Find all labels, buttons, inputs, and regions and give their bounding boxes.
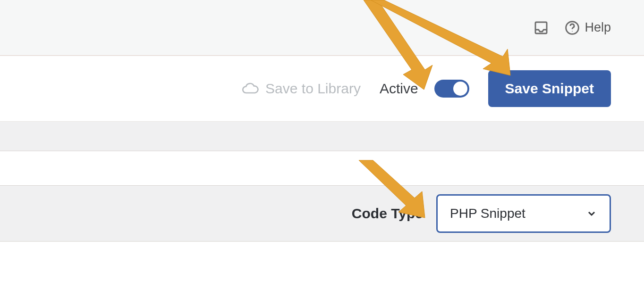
save-to-library-label: Save to Library [265, 81, 361, 97]
help-button[interactable]: Help [565, 20, 611, 35]
save-to-library-button[interactable]: Save to Library [242, 81, 361, 97]
inbox-icon [534, 20, 549, 35]
chevron-down-icon [586, 208, 597, 219]
cloud-icon [242, 82, 259, 95]
code-type-selected-value: PHP Snippet [450, 206, 525, 221]
code-type-label: Code Type [352, 206, 423, 222]
snippet-title-row [0, 151, 644, 186]
question-circle-icon [565, 20, 580, 35]
topbar: Help [0, 0, 644, 56]
separator [0, 122, 644, 151]
code-type-select[interactable]: PHP Snippet [436, 194, 611, 233]
help-label: Help [585, 20, 611, 35]
active-label: Active [380, 81, 418, 97]
active-toggle-group: Active [380, 80, 469, 98]
save-snippet-button[interactable]: Save Snippet [488, 70, 611, 107]
inbox-button[interactable] [534, 20, 549, 35]
svg-point-2 [572, 31, 573, 32]
code-type-row: Code Type PHP Snippet [0, 186, 644, 241]
toggle-knob [453, 82, 467, 96]
action-bar: Save to Library Active Save Snippet [0, 56, 644, 122]
code-editor[interactable] [0, 241, 644, 297]
active-toggle[interactable] [434, 80, 469, 98]
snippet-title-input[interactable] [0, 156, 611, 181]
